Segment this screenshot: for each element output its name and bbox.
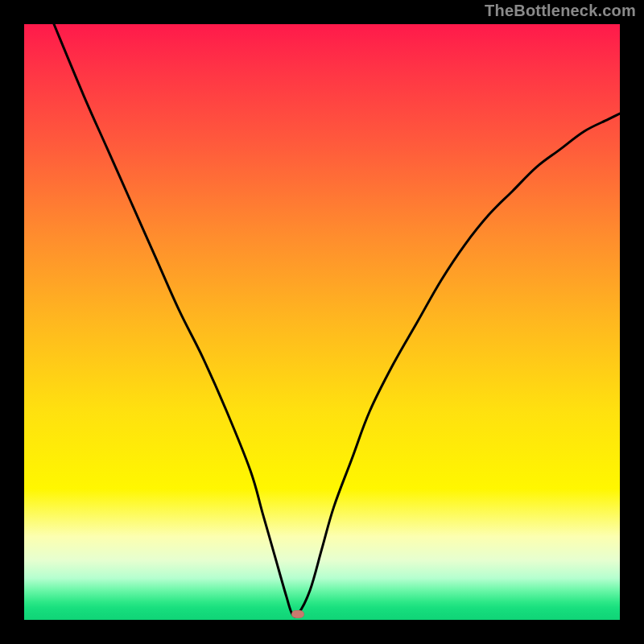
chart-frame: TheBottleneck.com	[0, 0, 644, 644]
bottleneck-curve	[24, 24, 620, 620]
watermark-text: TheBottleneck.com	[485, 2, 636, 20]
ideal-point-marker	[291, 610, 304, 618]
plot-area	[24, 24, 620, 620]
